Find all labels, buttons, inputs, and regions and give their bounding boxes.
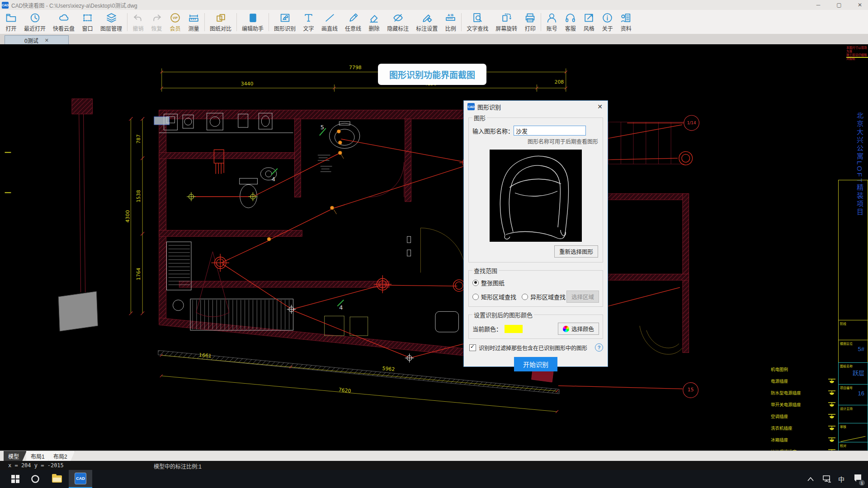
toolbar-separator xyxy=(461,13,462,31)
notification-button[interactable]: 1 xyxy=(850,470,866,488)
toolbar-item-快看云盘[interactable]: 快看云盘 xyxy=(49,11,78,33)
toolbar-item-label: 编辑助手 xyxy=(242,24,264,32)
toolbar-item-图形识别[interactable]: 图形识别 xyxy=(270,11,299,33)
title-block-cell: 校对 xyxy=(838,442,868,450)
toolbar-item-比例[interactable]: A:B比例 xyxy=(441,11,460,33)
title-block-cell: 楼座区位5# xyxy=(838,340,868,362)
toolbar-item-图层管理[interactable]: 图层管理 xyxy=(97,11,126,33)
toolbar-item-label: 资料 xyxy=(621,24,632,32)
socket-symbol-icon xyxy=(828,414,836,419)
close-button[interactable]: ✕ xyxy=(855,2,864,8)
toolbar-item-客服[interactable]: 客服 xyxy=(561,11,580,33)
gearpen-icon xyxy=(421,12,433,23)
pen-icon xyxy=(348,12,359,23)
toolbar-item-文字[interactable]: 文字 xyxy=(299,11,318,33)
socket-symbol-icon xyxy=(828,379,836,384)
toolbar-item-风格[interactable]: 风格 xyxy=(580,11,598,33)
toolbar-item-测量[interactable]: 测量 xyxy=(184,11,203,33)
shape-group-label: 图形 xyxy=(472,113,487,122)
toolbar-item-label: 撤销 xyxy=(133,24,144,32)
title-block-cell: 审核 xyxy=(838,423,868,442)
svg-text:1/14: 1/14 xyxy=(687,121,696,125)
svg-text:VIP: VIP xyxy=(173,16,178,19)
window-titlebar: CAD CAD快速看图 - C:\Users\xiezy-a\Desktop\0… xyxy=(0,0,868,10)
radio-whole-drawing[interactable] xyxy=(472,280,479,286)
start-recognition-button[interactable]: 开始识别 xyxy=(514,357,557,371)
toolbar-item-隐藏标注[interactable]: 隐藏标注 xyxy=(383,11,412,33)
color-wheel-icon xyxy=(563,326,569,332)
tray-expand-button[interactable] xyxy=(804,470,817,488)
svg-text:5962: 5962 xyxy=(382,366,395,372)
file-explorer-button[interactable] xyxy=(48,470,66,488)
radio-irregular-area[interactable] xyxy=(522,294,528,300)
toolbar-item-label: 任意线 xyxy=(345,24,361,32)
start-button[interactable] xyxy=(6,470,24,488)
socket-symbol-icon xyxy=(828,390,836,396)
toolbar-item-画直线[interactable]: 画直线 xyxy=(318,11,341,33)
doc-tab-0测试[interactable]: 0测试 ✕ xyxy=(5,35,69,45)
socket-symbol-icon xyxy=(828,426,836,431)
cad-canvas[interactable]: 7798344041502087871538176443005800166159… xyxy=(0,44,868,450)
cortana-button[interactable] xyxy=(26,470,44,488)
reselect-shape-button[interactable]: 重新选择图形 xyxy=(554,245,598,258)
docs-icon xyxy=(620,12,632,23)
doc-tab-close-icon[interactable]: ✕ xyxy=(45,38,49,43)
toolbar: 打开最近打开快看云盘窗口图层管理撤销恢复VIP会员测量图纸对比编辑助手图形识别文… xyxy=(0,10,868,34)
undo-icon xyxy=(132,12,144,23)
cad-app-button[interactable]: CAD xyxy=(69,470,92,488)
dialog-titlebar[interactable]: CAD 图形识别 ✕ xyxy=(464,101,608,113)
svg-text:1764: 1764 xyxy=(136,267,142,280)
legend-row: 空调插座 xyxy=(771,413,838,421)
toolbar-item-label: 最近打开 xyxy=(24,24,46,32)
toolbar-item-打开[interactable]: 打开 xyxy=(2,11,20,33)
pick-color-button[interactable]: 选择颜色 xyxy=(558,323,599,335)
title-block: 阶段楼座区位5#图纸名称跃层项目编号16设计主持审核校对 xyxy=(838,180,868,450)
network-icon xyxy=(822,475,831,483)
current-color-label: 当前颜色： xyxy=(472,324,502,333)
toolbar-item-资料[interactable]: 资料 xyxy=(617,11,635,33)
shape-name-input[interactable] xyxy=(514,126,586,136)
toolbar-item-窗口[interactable]: 窗口 xyxy=(78,11,97,33)
toolbar-item-任意线[interactable]: 任意线 xyxy=(341,11,365,33)
help-icon[interactable]: ? xyxy=(595,343,603,352)
toolbar-item-账号[interactable]: 账号 xyxy=(542,11,561,33)
legend-row: 防水型电源插座 xyxy=(771,389,838,398)
toolbar-item-图纸对比[interactable]: 图纸对比 xyxy=(206,11,235,33)
measure-icon xyxy=(188,12,199,23)
clock-icon xyxy=(29,12,41,23)
notification-badge: 1 xyxy=(859,480,865,486)
toolbar-item-会员[interactable]: VIP会员 xyxy=(166,11,184,33)
layout-tab-布局2[interactable]: 布局2 xyxy=(49,451,75,461)
socket-symbol-icon xyxy=(828,402,836,408)
toolbar-item-标注设置[interactable]: 标注设置 xyxy=(412,11,441,33)
dialog-close-icon[interactable]: ✕ xyxy=(596,103,604,110)
radio-rect-area[interactable] xyxy=(472,294,479,300)
toolbar-item-打印[interactable]: 打印 xyxy=(521,11,539,33)
toolbar-item-编辑助手[interactable]: 编辑助手 xyxy=(238,11,267,33)
radio-row-whole[interactable]: 整张图纸 xyxy=(472,278,599,287)
toolbar-item-label: 客服 xyxy=(565,24,576,32)
ime-indicator[interactable]: 中 xyxy=(835,470,848,488)
windows-taskbar: CAD 中 1 xyxy=(0,470,868,488)
toolbar-item-文字查找[interactable]: 文字查找 xyxy=(463,11,492,33)
svg-text:208: 208 xyxy=(555,79,564,85)
toolbar-item-删除[interactable]: 删除 xyxy=(365,11,383,33)
legend-row: 冰箱插座 xyxy=(771,436,838,445)
toolbar-item-屏幕旋转[interactable]: 屏幕旋转 xyxy=(492,11,521,33)
layout-tab-布局1[interactable]: 布局1 xyxy=(26,451,52,461)
drawing-notes: 本图尺寸以现场为准 施工前请仔细核对图纸 xyxy=(846,46,867,61)
legend-header: 机电图例 xyxy=(771,366,838,374)
windows-logo-icon xyxy=(11,475,19,483)
radio-rect-area-label: 矩形区域查找 xyxy=(481,292,516,301)
layout-tab-模型[interactable]: 模型 xyxy=(4,451,27,461)
toolbar-item-label: 快看云盘 xyxy=(53,24,75,32)
network-tray-button[interactable] xyxy=(819,470,835,488)
redo-icon xyxy=(151,12,162,23)
scale-icon: A:B xyxy=(445,12,456,23)
toolbar-item-关于[interactable]: 关于 xyxy=(598,11,617,33)
document-tabbar: 0测试 ✕ xyxy=(0,34,868,44)
minimize-button[interactable]: ─ xyxy=(814,2,823,8)
filter-checkbox[interactable] xyxy=(469,344,476,351)
maximize-button[interactable]: ▢ xyxy=(835,2,844,8)
toolbar-item-最近打开[interactable]: 最近打开 xyxy=(20,11,49,33)
